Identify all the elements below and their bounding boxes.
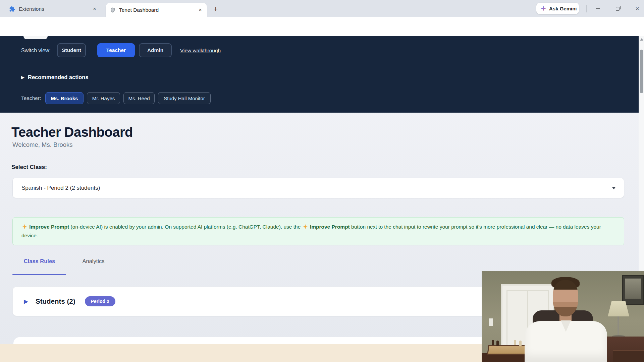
tab-title: Extensions — [19, 6, 91, 12]
tab-close-icon[interactable]: × — [196, 6, 204, 14]
welcome-text: Welcome, Ms. Brooks — [12, 141, 73, 148]
recommended-actions-toggle[interactable]: ▶ Recommended actions — [21, 74, 89, 80]
tab-tenet-dashboard[interactable]: Tenet Dashboard × — [106, 3, 207, 17]
teacher-button-study-hall[interactable]: Study Hall Monitor — [158, 92, 211, 104]
recommended-actions-label: Recommended actions — [28, 74, 89, 80]
teacher-selector-label: Teacher: — [21, 95, 41, 101]
screen: Extensions × Tenet Dashboard × + Ask Gem… — [0, 0, 644, 362]
tab-class-rules[interactable]: Class Rules — [18, 258, 60, 264]
switch-view-label: Switch view: — [21, 48, 51, 54]
tab-close-icon[interactable]: × — [91, 5, 99, 13]
view-walkthrough-link[interactable]: View walkthrough — [180, 48, 221, 54]
selected-class-value: Spanish - Period 2 (2 students) — [13, 185, 612, 191]
scrolled-button-remnant — [23, 36, 48, 39]
window-restore-button[interactable] — [611, 5, 624, 13]
view-button-admin[interactable]: Admin — [139, 43, 172, 57]
webcam-video-overlay — [482, 271, 644, 362]
sparkles-icon — [22, 224, 27, 229]
picture-frame — [622, 275, 644, 305]
select-class-label: Select Class: — [11, 164, 47, 171]
shield-favicon-icon — [110, 7, 116, 13]
chevron-down-icon — [612, 187, 616, 189]
scrollbar-thumb[interactable] — [640, 50, 643, 93]
tab-extensions[interactable]: Extensions × — [5, 3, 101, 15]
class-select-dropdown[interactable]: Spanish - Period 2 (2 students) — [12, 178, 624, 198]
teacher-button-mr-hayes[interactable]: Mr. Hayes — [87, 92, 120, 104]
person — [525, 321, 607, 362]
caret-right-icon: ▶ — [24, 298, 28, 305]
period-badge: Period 2 — [85, 296, 115, 306]
notice-bold: Improve Prompt — [310, 224, 350, 230]
gemini-sparkle-icon — [540, 5, 546, 11]
caret-right-icon: ▶ — [21, 75, 24, 80]
page-title: Teacher Dashboard — [11, 125, 133, 140]
ask-gemini-button[interactable]: Ask Gemini — [536, 3, 579, 14]
browser-toolbar: ← → ↻ Tenet chrome-extension://nchfmmohl… — [0, 17, 644, 36]
ask-gemini-label: Ask Gemini — [549, 6, 577, 11]
view-button-student[interactable]: Student — [57, 43, 86, 57]
dashboard-header: Switch view: Student Teacher Admin View … — [0, 36, 639, 113]
teacher-button-ms-brooks[interactable]: Ms. Brooks — [45, 92, 84, 104]
sparkles-icon — [303, 224, 308, 229]
browser-tab-strip: Extensions × Tenet Dashboard × + Ask Gem… — [0, 0, 644, 17]
new-tab-button[interactable]: + — [211, 5, 220, 13]
tab-analytics[interactable]: Analytics — [76, 258, 111, 264]
teacher-button-ms-reed[interactable]: Ms. Reed — [123, 92, 155, 104]
improve-prompt-notice: Improve Prompt (on-device AI) is enabled… — [12, 217, 624, 245]
scrollbar-up-arrow-icon[interactable] — [640, 38, 643, 41]
notice-text: (on-device AI) is enabled by your admin.… — [69, 224, 302, 230]
tab-title: Tenet Dashboard — [119, 7, 196, 13]
notice-bold: Improve Prompt — [29, 224, 69, 230]
person-face — [553, 280, 578, 316]
window-close-button[interactable]: × — [631, 5, 644, 13]
window-minimize-button[interactable] — [591, 5, 604, 13]
divider — [21, 64, 618, 64]
puzzle-favicon-icon — [9, 6, 15, 12]
light-switch — [489, 318, 493, 326]
students-header: Students (2) — [36, 297, 75, 305]
divider — [586, 5, 587, 12]
view-button-teacher[interactable]: Teacher — [97, 43, 135, 57]
